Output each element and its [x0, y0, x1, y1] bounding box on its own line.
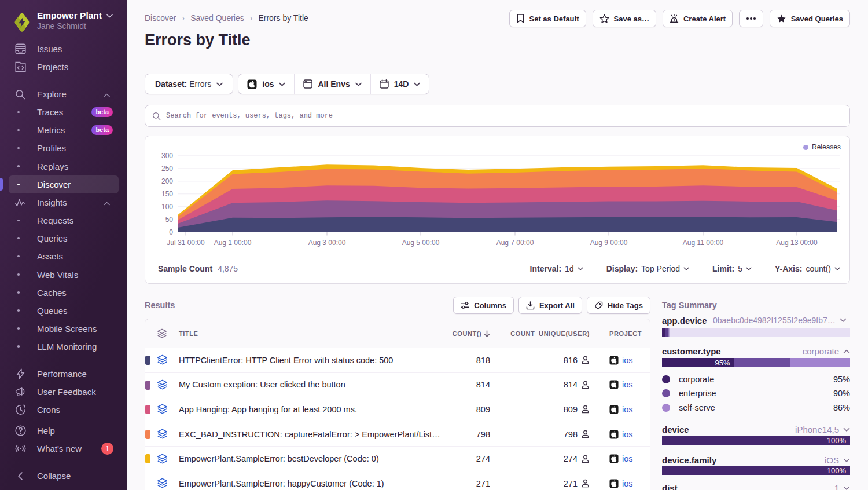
svg-text:Aug 13 00:00: Aug 13 00:00 — [776, 239, 818, 247]
svg-text:250: 250 — [161, 164, 173, 173]
svg-text:Aug 9 00:00: Aug 9 00:00 — [590, 239, 628, 247]
svg-text:Aug 5 00:00: Aug 5 00:00 — [402, 239, 440, 247]
svg-text:100: 100 — [161, 203, 173, 211]
svg-text:Jul 31 00:00: Jul 31 00:00 — [167, 239, 205, 247]
svg-text:150: 150 — [161, 190, 173, 198]
svg-text:Aug 11 00:00: Aug 11 00:00 — [683, 239, 724, 247]
svg-text:0: 0 — [169, 228, 173, 236]
svg-text:200: 200 — [161, 177, 173, 185]
svg-text:Aug 1 00:00: Aug 1 00:00 — [214, 239, 252, 247]
svg-text:300: 300 — [161, 152, 173, 160]
svg-text:50: 50 — [165, 215, 174, 224]
svg-text:Aug 7 00:00: Aug 7 00:00 — [496, 239, 534, 247]
svg-text:Aug 3 00:00: Aug 3 00:00 — [308, 239, 346, 247]
